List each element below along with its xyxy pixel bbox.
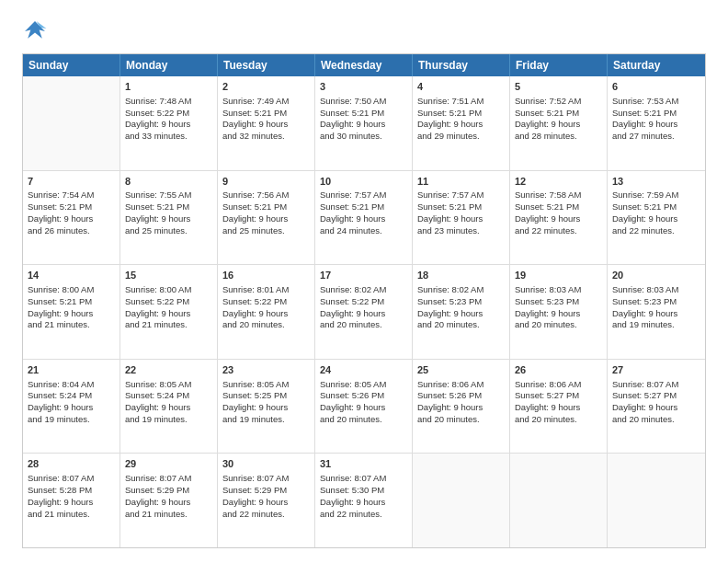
day-info-line: Daylight: 9 hours <box>417 308 505 320</box>
day-info-line: and 20 minutes. <box>417 319 505 331</box>
day-info-line: Sunset: 5:24 PM <box>28 390 115 402</box>
header-day-tuesday: Tuesday <box>218 54 315 76</box>
cal-cell: 24Sunrise: 8:05 AMSunset: 5:26 PMDayligh… <box>315 360 413 454</box>
day-info-line: Sunset: 5:28 PM <box>28 485 115 497</box>
day-info-line: and 20 minutes. <box>417 414 505 426</box>
day-info-line: Sunrise: 7:57 AM <box>417 190 505 201</box>
day-info-line: Sunrise: 8:02 AM <box>320 284 407 296</box>
day-number: 19 <box>515 269 602 282</box>
cal-cell: 1Sunrise: 7:48 AMSunset: 5:22 PMDaylight… <box>120 76 218 170</box>
day-info-line: and 20 minutes. <box>515 319 602 331</box>
day-info-line: Sunrise: 8:05 AM <box>320 379 407 391</box>
day-number: 17 <box>320 269 407 282</box>
page: SundayMondayTuesdayWednesdayThursdayFrid… <box>0 0 728 563</box>
day-info-line: Sunset: 5:22 PM <box>125 108 212 120</box>
day-number: 15 <box>125 269 212 282</box>
day-number: 5 <box>515 80 602 94</box>
week-row-3: 14Sunrise: 8:00 AMSunset: 5:21 PMDayligh… <box>23 265 705 360</box>
cal-cell: 31Sunrise: 8:07 AMSunset: 5:30 PMDayligh… <box>315 454 413 547</box>
day-info-line: Sunrise: 8:03 AM <box>612 284 700 296</box>
svg-marker-0 <box>25 21 45 39</box>
day-info-line: Sunset: 5:29 PM <box>222 485 310 497</box>
day-info-line: and 21 minutes. <box>125 509 212 521</box>
cal-cell: 13Sunrise: 7:59 AMSunset: 5:21 PMDayligh… <box>608 171 705 265</box>
day-info-line: and 26 minutes. <box>28 225 115 237</box>
day-info-line: Sunrise: 8:06 AM <box>417 379 505 391</box>
cal-cell <box>608 454 705 547</box>
header-day-friday: Friday <box>510 54 608 76</box>
day-number: 4 <box>417 80 505 94</box>
day-info-line: Sunset: 5:21 PM <box>417 201 505 213</box>
day-info-line: Daylight: 9 hours <box>515 308 602 320</box>
day-number: 6 <box>612 80 700 94</box>
day-number: 29 <box>125 457 212 471</box>
day-info-line: Daylight: 9 hours <box>125 119 212 131</box>
day-number: 27 <box>612 363 700 377</box>
day-info-line: Daylight: 9 hours <box>612 402 700 414</box>
cal-cell: 3Sunrise: 7:50 AMSunset: 5:21 PMDaylight… <box>315 76 413 170</box>
day-info-line: Daylight: 9 hours <box>222 119 310 131</box>
day-info-line: Sunrise: 7:53 AM <box>612 96 700 108</box>
day-info-line: Daylight: 9 hours <box>320 402 407 414</box>
day-info-line: and 21 minutes. <box>125 319 212 331</box>
day-info-line: Daylight: 9 hours <box>28 213 115 225</box>
day-info-line: Daylight: 9 hours <box>515 402 602 414</box>
day-info-line: Sunrise: 7:57 AM <box>320 190 407 201</box>
day-number: 14 <box>28 269 115 282</box>
day-info-line: and 20 minutes. <box>320 319 407 331</box>
header <box>22 18 706 44</box>
day-number: 11 <box>417 175 505 189</box>
day-number: 31 <box>320 457 407 471</box>
cal-cell <box>510 454 608 547</box>
day-info-line: Daylight: 9 hours <box>222 402 310 414</box>
day-info-line: Sunrise: 8:00 AM <box>28 284 115 296</box>
cal-cell: 22Sunrise: 8:05 AMSunset: 5:24 PMDayligh… <box>120 360 218 454</box>
day-info-line: Sunrise: 7:59 AM <box>612 190 700 201</box>
day-info-line: Daylight: 9 hours <box>222 213 310 225</box>
day-info-line: Sunset: 5:24 PM <box>125 390 212 402</box>
day-info-line: Sunset: 5:26 PM <box>320 390 407 402</box>
cal-cell: 5Sunrise: 7:52 AMSunset: 5:21 PMDaylight… <box>510 76 608 170</box>
day-info-line: Sunset: 5:21 PM <box>28 201 115 213</box>
day-number: 1 <box>125 80 212 94</box>
day-info-line: Daylight: 9 hours <box>515 119 602 131</box>
header-day-monday: Monday <box>120 54 218 76</box>
day-info-line: and 22 minutes. <box>320 509 407 521</box>
day-info-line: Sunset: 5:25 PM <box>222 390 310 402</box>
header-day-sunday: Sunday <box>23 54 120 76</box>
week-row-5: 28Sunrise: 8:07 AMSunset: 5:28 PMDayligh… <box>23 454 705 547</box>
day-number: 7 <box>28 175 115 189</box>
week-row-2: 7Sunrise: 7:54 AMSunset: 5:21 PMDaylight… <box>23 171 705 266</box>
day-info-line: Sunset: 5:21 PM <box>515 201 602 213</box>
cal-cell: 4Sunrise: 7:51 AMSunset: 5:21 PMDaylight… <box>413 76 510 170</box>
day-info-line: Daylight: 9 hours <box>417 402 505 414</box>
day-info-line: Sunset: 5:21 PM <box>320 108 407 120</box>
day-info-line: Daylight: 9 hours <box>222 497 310 509</box>
day-info-line: and 27 minutes. <box>612 131 700 143</box>
day-info-line: Sunrise: 7:55 AM <box>125 190 212 201</box>
day-info-line: Sunrise: 8:07 AM <box>28 473 115 485</box>
day-info-line: Daylight: 9 hours <box>417 119 505 131</box>
header-day-wednesday: Wednesday <box>315 54 413 76</box>
day-info-line: and 30 minutes. <box>320 131 407 143</box>
day-info-line: Sunset: 5:21 PM <box>222 201 310 213</box>
day-info-line: Sunrise: 7:54 AM <box>28 190 115 201</box>
day-info-line: Sunset: 5:22 PM <box>222 296 310 308</box>
header-day-thursday: Thursday <box>413 54 510 76</box>
cal-cell: 26Sunrise: 8:06 AMSunset: 5:27 PMDayligh… <box>510 360 608 454</box>
day-info-line: and 20 minutes. <box>612 414 700 426</box>
day-info-line: Daylight: 9 hours <box>125 497 212 509</box>
day-info-line: Daylight: 9 hours <box>125 308 212 320</box>
day-info-line: and 20 minutes. <box>222 319 310 331</box>
day-info-line: Sunrise: 8:02 AM <box>417 284 505 296</box>
day-info-line: and 25 minutes. <box>222 225 310 237</box>
day-info-line: Sunset: 5:29 PM <box>125 485 212 497</box>
day-number: 28 <box>28 457 115 471</box>
cal-cell: 17Sunrise: 8:02 AMSunset: 5:22 PMDayligh… <box>315 265 413 359</box>
cal-cell: 25Sunrise: 8:06 AMSunset: 5:26 PMDayligh… <box>413 360 510 454</box>
cal-cell: 2Sunrise: 7:49 AMSunset: 5:21 PMDaylight… <box>218 76 315 170</box>
day-number: 23 <box>222 363 310 377</box>
day-info-line: Daylight: 9 hours <box>125 402 212 414</box>
day-info-line: Sunrise: 7:48 AM <box>125 96 212 108</box>
day-info-line: Sunset: 5:23 PM <box>417 296 505 308</box>
